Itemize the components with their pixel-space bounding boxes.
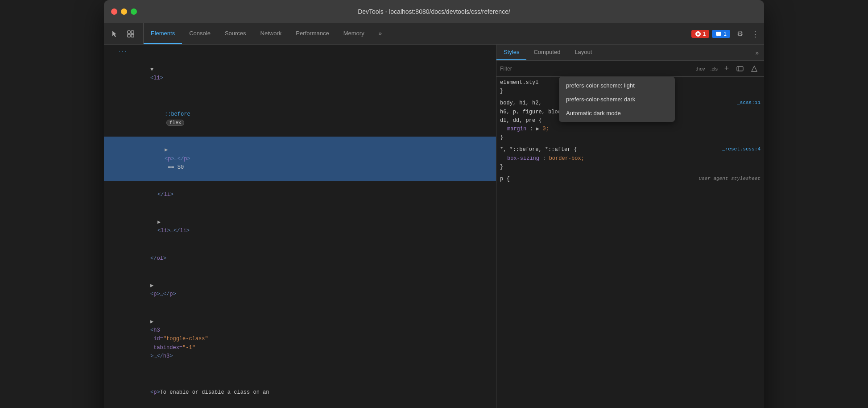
- h3-toggle-class[interactable]: ▶ <h3 id="toggle-class" tabindex="-1" >……: [104, 308, 496, 370]
- ol-close[interactable]: </ol>: [104, 245, 496, 273]
- p-text-line2: element:</p>: [104, 406, 496, 408]
- main-tabs: Elements Console Sources Network Perform…: [144, 23, 688, 44]
- main-content: ... ▼ <li> ::before flex ▶ <p>…</p> == $…: [104, 45, 764, 408]
- list-item[interactable]: ▼ <li>: [104, 56, 496, 92]
- svg-rect-6: [716, 32, 721, 36]
- toggle-element-state-button[interactable]: [734, 62, 746, 75]
- svg-rect-3: [131, 34, 134, 37]
- expand-arrow3[interactable]: ▶: [150, 283, 153, 289]
- cursor-icon: [111, 30, 119, 38]
- dom-tree[interactable]: ... ▼ <li> ::before flex ▶ <p>…</p> == $…: [104, 45, 496, 408]
- title-bar: DevTools - localhost:8080/docs/devtools/…: [104, 0, 764, 23]
- maximize-button[interactable]: [131, 8, 137, 15]
- cursor-icon-btn[interactable]: [107, 27, 122, 41]
- flex-badge: flex: [166, 120, 184, 126]
- tab-network[interactable]: Network: [253, 23, 289, 44]
- color-format-button[interactable]: [748, 62, 761, 75]
- expand-arrow[interactable]: ▶: [165, 147, 168, 153]
- message-icon: [715, 31, 722, 37]
- error-icon: ✕: [695, 31, 701, 37]
- settings-button[interactable]: ⚙: [733, 27, 747, 41]
- li-collapsed[interactable]: ▶ <li>…</li>: [104, 209, 496, 245]
- tab-more[interactable]: »: [372, 23, 389, 44]
- error-badge[interactable]: ✕ 1: [691, 30, 710, 38]
- panel-tab-layout[interactable]: Layout: [567, 45, 599, 60]
- tab-performance[interactable]: Performance: [289, 23, 336, 44]
- p-collapsed[interactable]: ▶ <p>…</p>: [104, 272, 496, 308]
- inspect-icon-btn[interactable]: [124, 27, 138, 41]
- before-pseudo[interactable]: ::before flex: [104, 92, 496, 137]
- li-close[interactable]: </li>: [104, 181, 496, 209]
- svg-rect-2: [128, 34, 130, 37]
- tab-sources[interactable]: Sources: [218, 23, 253, 44]
- message-badge[interactable]: 1: [712, 30, 730, 38]
- close-button[interactable]: [111, 8, 117, 15]
- toolbar-left: [107, 23, 144, 44]
- minimize-button[interactable]: [121, 8, 127, 15]
- expand-arrow2[interactable]: ▶: [157, 219, 161, 225]
- dom-panel: ... ▼ <li> ::before flex ▶ <p>…</p> == $…: [104, 45, 496, 408]
- panel-tabs: Styles Computed Layout »: [496, 45, 764, 61]
- toolbar-right: ✕ 1 1 ⚙ ⋮: [688, 23, 761, 44]
- tab-elements[interactable]: Elements: [144, 23, 182, 44]
- svg-rect-1: [131, 31, 134, 33]
- p-rule: user agent stylesheet p {: [500, 175, 761, 183]
- svg-rect-7: [737, 67, 743, 71]
- p-element-selected[interactable]: ▶ <p>…</p> == $0: [104, 137, 496, 181]
- panel-tab-more[interactable]: »: [750, 45, 764, 60]
- window-title: DevTools - localhost:8080/docs/devtools/…: [358, 8, 510, 15]
- svg-marker-9: [752, 66, 757, 71]
- styles-content[interactable]: element.styl } _scss:11 body, h1, h2, h6…: [496, 77, 764, 408]
- element-state-icon: [736, 65, 744, 72]
- dropdown-menu: prefers-color-scheme: light prefers-colo…: [559, 77, 675, 122]
- hov-button[interactable]: :hov: [694, 65, 707, 72]
- tab-memory[interactable]: Memory: [336, 23, 372, 44]
- collapse-arrow[interactable]: ▼: [150, 67, 153, 73]
- universal-rule: _reset.scss:4 *, *::before, *::after { b…: [500, 146, 761, 171]
- expand-arrow4[interactable]: ▶: [150, 319, 153, 325]
- color-format-icon: [751, 65, 758, 72]
- devtools-window: DevTools - localhost:8080/docs/devtools/…: [104, 0, 764, 408]
- dropdown-item-light[interactable]: prefers-color-scheme: light: [559, 79, 675, 92]
- add-rule-button[interactable]: +: [721, 63, 732, 74]
- tab-console[interactable]: Console: [182, 23, 218, 44]
- dropdown-item-dark[interactable]: prefers-color-scheme: dark: [559, 92, 675, 106]
- p-text-line1: <p>To enable or disable a class on an: [104, 370, 496, 406]
- inspect-icon: [127, 30, 135, 38]
- dropdown-item-auto[interactable]: Automatic dark mode: [559, 106, 675, 120]
- styles-panel: Styles Computed Layout » :hov .cls +: [496, 45, 764, 408]
- svg-rect-0: [128, 31, 130, 33]
- more-options-button[interactable]: ⋮: [750, 27, 761, 41]
- dom-scroll-indicator: ...: [104, 46, 496, 56]
- svg-text:✕: ✕: [696, 32, 700, 37]
- panel-tab-styles[interactable]: Styles: [496, 45, 526, 60]
- styles-filter-bar: :hov .cls +: [496, 61, 764, 77]
- toolbar: Elements Console Sources Network Perform…: [104, 23, 764, 45]
- filter-input[interactable]: [500, 66, 691, 72]
- traffic-lights: [111, 8, 137, 15]
- filter-buttons: :hov .cls +: [694, 62, 761, 75]
- panel-tab-computed[interactable]: Computed: [526, 45, 567, 60]
- cls-button[interactable]: .cls: [709, 65, 720, 72]
